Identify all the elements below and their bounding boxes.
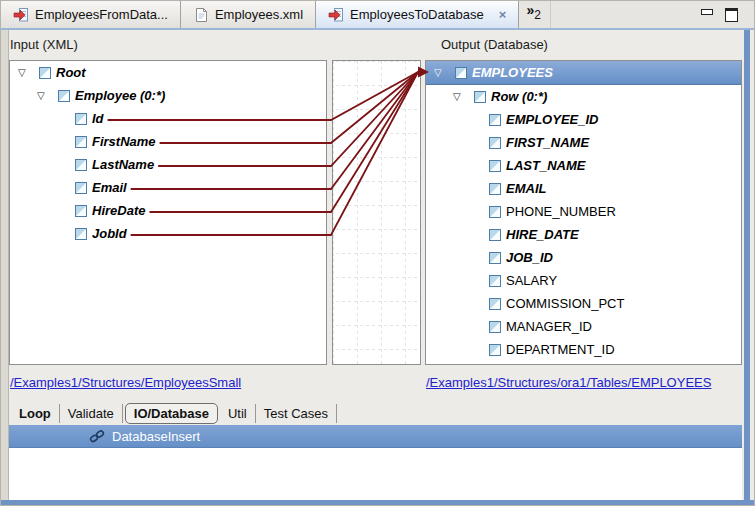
maximize-icon[interactable] xyxy=(725,8,738,22)
mapping-icon xyxy=(13,7,29,23)
editor-right-border xyxy=(744,30,750,501)
node-icon xyxy=(489,183,501,195)
node-icon xyxy=(75,159,87,171)
operations-list: DatabaseInsert xyxy=(9,425,742,500)
tree-item-employee[interactable]: ▽ Employee (0:*) xyxy=(10,84,326,107)
grid-pattern xyxy=(333,61,420,364)
node-icon xyxy=(474,91,486,103)
node-icon xyxy=(489,229,501,241)
node-icon xyxy=(75,182,87,194)
editor-bottom-border xyxy=(1,500,755,506)
tab-loop[interactable]: Loop xyxy=(11,404,60,423)
tree-item-manager-id[interactable]: MANAGER_ID xyxy=(426,315,741,338)
expander-icon[interactable]: ▽ xyxy=(450,91,474,102)
tab-employees-from-data[interactable]: EmployeesFromData... xyxy=(1,1,181,28)
tree-item-commission-pct[interactable]: COMMISSION_PCT xyxy=(426,292,741,315)
input-xml-tree: ▽ Root ▽ Employee (0:*) Id FirstName Las… xyxy=(9,60,327,365)
node-icon xyxy=(489,275,501,287)
editor-tabbar: EmployeesFromData... Employees.xml Emplo… xyxy=(1,1,754,30)
node-icon xyxy=(489,160,501,172)
tab-employees-xml[interactable]: Employees.xml xyxy=(181,1,316,28)
mapping-icon xyxy=(328,7,344,23)
node-icon xyxy=(489,252,501,264)
input-structure-link[interactable]: /Examples1/Structures/EmployeesSmall xyxy=(10,375,241,390)
tree-item-row[interactable]: ▽ Row (0:*) xyxy=(426,85,741,108)
tree-item-firstname[interactable]: FirstName xyxy=(10,130,326,153)
tree-item-phone-number[interactable]: PHONE_NUMBER xyxy=(426,200,741,223)
tab-label: Employees.xml xyxy=(215,7,303,22)
node-icon xyxy=(75,228,87,240)
output-database-tree: ▽ EMPLOYEES ▽ Row (0:*) EMPLOYEE_ID FIRS… xyxy=(425,60,742,365)
tree-item-jobid[interactable]: JobId xyxy=(10,222,326,245)
tab-util[interactable]: Util xyxy=(220,404,256,423)
node-icon xyxy=(39,67,51,79)
node-icon xyxy=(75,205,87,217)
input-panel-title: Input (XML) xyxy=(10,37,78,52)
output-panel-title: Output (Database) xyxy=(441,37,548,52)
tree-item-email-col[interactable]: EMAIL xyxy=(426,177,741,200)
tab-validate[interactable]: Validate xyxy=(60,404,123,423)
mapping-canvas xyxy=(332,60,421,365)
close-icon[interactable]: × xyxy=(499,8,507,21)
tab-label: EmployeesToDatabase xyxy=(350,7,484,22)
mapping-editor-window: EmployeesFromData... Employees.xml Emplo… xyxy=(0,0,755,506)
function-tabbar: Loop Validate IO/Database Util Test Case… xyxy=(11,402,337,424)
expander-icon[interactable]: ▽ xyxy=(431,67,455,78)
operation-label: DatabaseInsert xyxy=(112,429,200,444)
tree-item-last-name[interactable]: LAST_NAME xyxy=(426,154,741,177)
expander-icon[interactable]: ▽ xyxy=(15,67,39,78)
left-margin-strip xyxy=(1,30,9,500)
expander-icon[interactable]: ▽ xyxy=(34,90,58,101)
tree-item-department-id[interactable]: DEPARTMENT_ID xyxy=(426,338,741,361)
tree-item-employee-id[interactable]: EMPLOYEE_ID xyxy=(426,108,741,131)
chain-link-icon xyxy=(89,428,105,444)
chevron-right-icon: » xyxy=(526,3,534,17)
node-icon xyxy=(75,136,87,148)
tab-overflow-indicator[interactable]: » 2 xyxy=(519,1,550,28)
node-icon xyxy=(75,113,87,125)
overflow-count: 2 xyxy=(534,8,541,22)
operation-database-insert[interactable]: DatabaseInsert xyxy=(9,425,742,448)
node-icon xyxy=(489,206,501,218)
tree-item-employees-table[interactable]: ▽ EMPLOYEES xyxy=(426,61,741,85)
tab-io-database[interactable]: IO/Database xyxy=(125,403,218,424)
node-icon xyxy=(489,298,501,310)
tree-item-id[interactable]: Id xyxy=(10,107,326,130)
tab-employees-to-database[interactable]: EmployeesToDatabase × xyxy=(316,1,519,28)
minimize-icon[interactable] xyxy=(701,9,713,15)
tree-item-hire-date[interactable]: HIRE_DATE xyxy=(426,223,741,246)
tab-label: EmployeesFromData... xyxy=(35,7,168,22)
tree-item-hiredate[interactable]: HireDate xyxy=(10,199,326,222)
tree-item-lastname[interactable]: LastName xyxy=(10,153,326,176)
node-icon xyxy=(489,137,501,149)
output-structure-link[interactable]: /Examples1/Structures/ora1/Tables/EMPLOY… xyxy=(426,375,711,390)
tree-item-first-name[interactable]: FIRST_NAME xyxy=(426,131,741,154)
tab-test-cases[interactable]: Test Cases xyxy=(256,404,337,423)
xml-file-icon xyxy=(193,7,209,23)
tree-item-salary[interactable]: SALARY xyxy=(426,269,741,292)
tree-item-job-id[interactable]: JOB_ID xyxy=(426,246,741,269)
node-icon xyxy=(455,67,467,79)
node-icon xyxy=(489,344,501,356)
tree-item-root[interactable]: ▽ Root xyxy=(10,61,326,84)
tree-item-email[interactable]: Email xyxy=(10,176,326,199)
view-toolbar xyxy=(701,1,754,28)
node-icon xyxy=(489,114,501,126)
node-icon xyxy=(489,321,501,333)
node-icon xyxy=(58,90,70,102)
